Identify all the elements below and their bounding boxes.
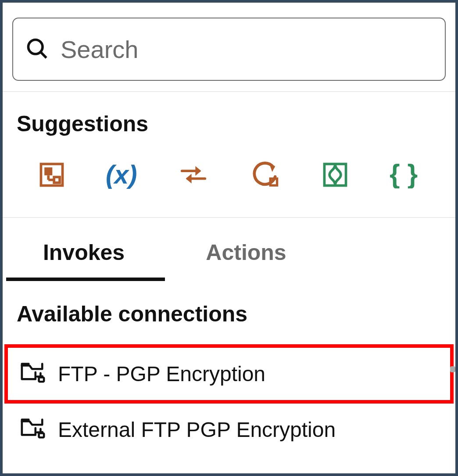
tabs: Invokes Actions (3, 218, 455, 281)
svg-rect-4 (54, 177, 60, 183)
integration-icon (322, 161, 349, 190)
svg-text:(x): (x) (106, 160, 137, 189)
braces-icon: { } (390, 161, 423, 190)
suggestion-map[interactable] (30, 156, 74, 195)
suggestions-section: Suggestions (x) (3, 92, 455, 217)
suggestions-row: (x) (17, 156, 441, 195)
scrollbar-thumb[interactable] (450, 366, 455, 372)
svg-line-1 (41, 52, 47, 58)
connections-section: Available connections FTP - PGP Encrypti… (3, 281, 455, 458)
search-box[interactable] (12, 18, 446, 81)
swap-icon (178, 161, 209, 190)
svg-rect-14 (39, 433, 44, 438)
connections-heading: Available connections (17, 301, 441, 327)
tab-actions[interactable]: Actions (165, 235, 327, 281)
svg-point-0 (29, 40, 43, 54)
connection-label: FTP - PGP Encryption (58, 362, 265, 386)
svg-text:{ }: { } (390, 161, 418, 188)
variable-icon: (x) (106, 160, 140, 191)
suggestion-braces[interactable]: { } (384, 156, 428, 195)
connection-label: External FTP PGP Encryption (58, 418, 336, 442)
search-input[interactable] (61, 35, 433, 64)
connection-item[interactable]: FTP - PGP Encryption (6, 346, 452, 402)
loop-icon (250, 161, 279, 190)
folder-plug-icon (20, 360, 46, 388)
connection-item[interactable]: External FTP PGP Encryption (6, 402, 452, 458)
svg-rect-3 (44, 167, 52, 175)
map-icon (38, 161, 65, 190)
suggestion-integration[interactable] (313, 156, 357, 195)
suggestion-loop[interactable] (243, 156, 286, 195)
suggestions-heading: Suggestions (17, 111, 441, 137)
palette-panel: Suggestions (x) (3, 3, 455, 473)
connections-list: FTP - PGP Encryption External FTP PGP En… (6, 346, 452, 458)
folder-plug-icon (20, 416, 46, 444)
svg-rect-11 (39, 378, 44, 382)
search-container (3, 3, 455, 91)
search-icon (25, 37, 48, 61)
tab-invokes[interactable]: Invokes (3, 235, 165, 281)
suggestion-swap[interactable] (172, 156, 215, 195)
suggestion-variable[interactable]: (x) (101, 156, 145, 195)
